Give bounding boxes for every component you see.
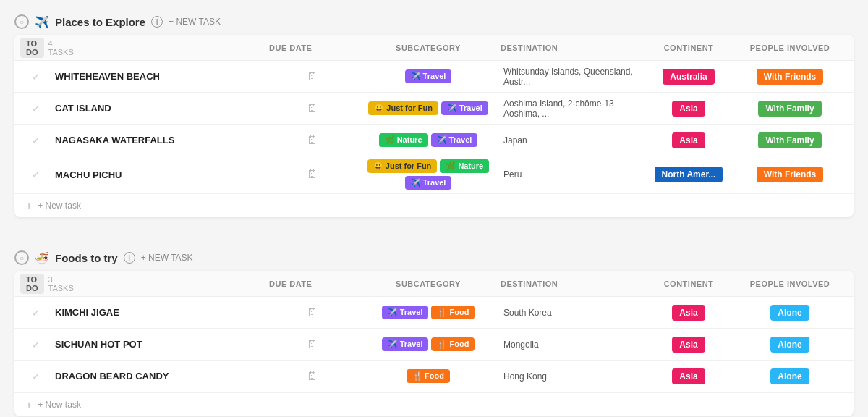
task-name: SICHUAN HOT POT bbox=[52, 333, 269, 355]
table-header-foods: TO DO 3 TASKS DUE DATE SUBCATEGORY DESTI… bbox=[14, 271, 854, 297]
info-icon-foods[interactable]: i bbox=[124, 252, 135, 264]
people-badge: With Friends bbox=[757, 167, 824, 182]
tag-fun[interactable]: 😀 Just for Fun bbox=[367, 159, 438, 173]
new-task-row-places[interactable]: + + New task bbox=[14, 193, 854, 217]
tag-travel[interactable]: ✈️ Travel bbox=[382, 337, 429, 351]
due-date-col: 🗓 bbox=[269, 102, 356, 115]
tag-food[interactable]: 🍴 Food bbox=[431, 306, 475, 319]
task-name: WHITEHEAVEN BEACH bbox=[52, 65, 269, 88]
task-table-places: TO DO 4 TASKS DUE DATE SUBCATEGORY DESTI… bbox=[14, 35, 854, 217]
continent-col: Asia bbox=[645, 337, 732, 353]
subcategory-col-header-foods: SUBCATEGORY bbox=[356, 279, 501, 288]
calendar-icon[interactable]: 🗓 bbox=[307, 102, 318, 115]
tag-travel[interactable]: ✈️ Travel bbox=[382, 306, 429, 319]
new-task-header-btn-foods[interactable]: + NEW TASK bbox=[141, 253, 193, 263]
people-col-header-foods: PEOPLE INVOLVED bbox=[732, 279, 848, 288]
task-name: DRAGON BEARD CANDY bbox=[52, 365, 269, 387]
continent-badge: Asia bbox=[672, 132, 705, 148]
status-col-places: TO DO 4 TASKS bbox=[20, 38, 52, 58]
group-icon-places: ✈️ bbox=[35, 15, 49, 29]
due-date-col: 🗓 bbox=[269, 338, 356, 351]
due-date-col: 🗓 bbox=[269, 306, 356, 319]
continent-badge: Australia bbox=[663, 69, 714, 85]
continent-badge: Asia bbox=[672, 305, 705, 321]
subcategory-col-header-places: SUBCATEGORY bbox=[356, 43, 501, 52]
due-date-col: 🗓 bbox=[269, 134, 356, 147]
check-icon[interactable]: ✓ bbox=[32, 371, 41, 382]
continent-col: North Amer... bbox=[645, 167, 732, 182]
check-icon[interactable]: ✓ bbox=[32, 169, 41, 180]
tag-fun[interactable]: 😀 Just for Fun bbox=[368, 101, 438, 115]
continent-col: Asia bbox=[645, 132, 732, 148]
people-col: Alone bbox=[732, 305, 848, 321]
group-title-foods: Foods to try bbox=[55, 252, 118, 264]
continent-col: Australia bbox=[645, 69, 732, 85]
check-col: ✓ bbox=[20, 103, 52, 114]
group-title-places: Places to Explore bbox=[55, 16, 145, 28]
due-date-col: 🗓 bbox=[269, 370, 356, 383]
info-icon-places[interactable]: i bbox=[151, 16, 163, 28]
due-date-col: 🗓 bbox=[269, 168, 356, 181]
tag-travel[interactable]: ✈️ Travel bbox=[431, 133, 478, 147]
calendar-icon[interactable]: 🗓 bbox=[307, 134, 318, 147]
check-icon[interactable]: ✓ bbox=[32, 307, 41, 319]
people-col: Alone bbox=[732, 337, 848, 353]
table-header-places: TO DO 4 TASKS DUE DATE SUBCATEGORY DESTI… bbox=[14, 35, 854, 61]
destination-col: South Korea bbox=[501, 308, 645, 318]
destination-col: Aoshima Island, 2-chōme-13 Aoshima, ... bbox=[501, 98, 645, 119]
calendar-icon[interactable]: 🗓 bbox=[307, 338, 318, 351]
new-task-header-btn-places[interactable]: + NEW TASK bbox=[169, 17, 221, 27]
check-icon[interactable]: ✓ bbox=[32, 135, 41, 146]
calendar-icon[interactable]: 🗓 bbox=[307, 168, 318, 181]
calendar-icon[interactable]: 🗓 bbox=[307, 370, 318, 383]
continent-badge: North Amer... bbox=[655, 167, 723, 182]
check-col: ✓ bbox=[20, 307, 52, 319]
collapse-button-foods[interactable]: ○ bbox=[14, 250, 29, 265]
check-col: ✓ bbox=[20, 135, 52, 146]
plus-icon: + bbox=[26, 200, 32, 211]
people-badge: Alone bbox=[770, 368, 809, 384]
destination-col-header-places: DESTINATION bbox=[501, 43, 645, 52]
group-header-places: ○ ✈️ Places to Explore i + NEW TASK bbox=[14, 7, 854, 35]
check-icon[interactable]: ✓ bbox=[32, 103, 41, 114]
tag-travel[interactable]: ✈️ Travel bbox=[405, 70, 452, 83]
check-col: ✓ bbox=[20, 371, 52, 382]
destination-col-header-foods: DESTINATION bbox=[501, 279, 645, 288]
people-col: With Friends bbox=[732, 69, 848, 85]
people-col: With Friends bbox=[732, 167, 848, 182]
collapse-button-places[interactable]: ○ bbox=[14, 14, 29, 29]
group-header-foods: ○ 🍜 Foods to try i + NEW TASK bbox=[14, 243, 854, 271]
check-icon[interactable]: ✓ bbox=[32, 339, 41, 350]
people-col: With Family bbox=[732, 132, 848, 148]
tag-nature[interactable]: 🌿 Nature bbox=[379, 133, 428, 147]
people-badge: Alone bbox=[770, 337, 809, 353]
tasks-count-foods: 3 TASKS bbox=[48, 275, 74, 292]
calendar-icon[interactable]: 🗓 bbox=[307, 70, 318, 83]
tasks-count-places: 4 TASKS bbox=[48, 39, 74, 56]
check-icon[interactable]: ✓ bbox=[32, 71, 41, 83]
subcategory-col: 😀 Just for Fun✈️ Travel bbox=[356, 98, 501, 118]
tag-travel[interactable]: ✈️ Travel bbox=[441, 101, 488, 115]
continent-col: Asia bbox=[645, 101, 732, 117]
subcategory-col: 🌿 Nature✈️ Travel bbox=[356, 130, 501, 150]
new-task-row-foods[interactable]: + + New task bbox=[14, 392, 854, 416]
table-row: ✓ MACHU PICHU 🗓 😀 Just for Fun🌿 Nature✈️… bbox=[14, 156, 854, 193]
table-row: ✓ NAGASAKA WATERFALLS 🗓 🌿 Nature✈️ Trave… bbox=[14, 125, 854, 156]
tag-food[interactable]: 🍴 Food bbox=[431, 337, 475, 351]
tag-food[interactable]: 🍴 Food bbox=[407, 369, 450, 383]
calendar-icon[interactable]: 🗓 bbox=[307, 306, 318, 319]
continent-badge: Asia bbox=[672, 337, 705, 353]
tag-nature[interactable]: 🌿 Nature bbox=[440, 159, 489, 173]
todo-badge-foods: TO DO bbox=[20, 274, 44, 294]
continent-badge: Asia bbox=[672, 101, 705, 117]
people-col: With Family bbox=[732, 101, 848, 117]
new-task-label: + New task bbox=[38, 400, 81, 410]
table-row: ✓ DRAGON BEARD CANDY 🗓 🍴 Food Hong Kong … bbox=[14, 361, 854, 392]
people-badge: With Family bbox=[758, 101, 821, 117]
subcategory-col: 🍴 Food bbox=[356, 366, 501, 386]
people-badge: With Friends bbox=[757, 69, 824, 85]
people-badge: With Family bbox=[758, 132, 821, 148]
tag-travel[interactable]: ✈️ Travel bbox=[405, 176, 452, 190]
task-name: CAT ISLAND bbox=[52, 97, 269, 119]
group-icon-foods: 🍜 bbox=[35, 251, 49, 265]
